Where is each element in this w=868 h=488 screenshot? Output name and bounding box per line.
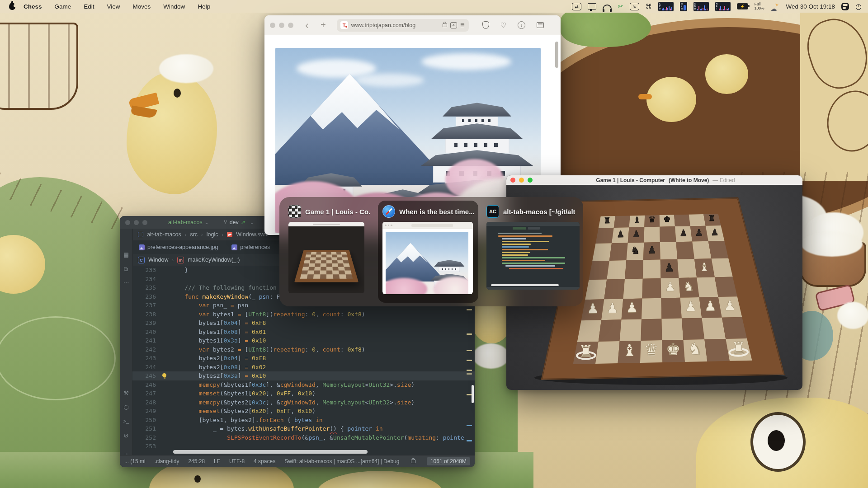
menu-window[interactable]: Window bbox=[163, 3, 185, 10]
more-tools-icon[interactable]: ⋯ bbox=[120, 279, 132, 286]
editor-window-thumbnail[interactable] bbox=[486, 222, 580, 290]
menu-chess[interactable]: Chess bbox=[24, 3, 42, 10]
duck-beak-icon bbox=[638, 94, 652, 99]
memory-meter[interactable]: MEM bbox=[680, 2, 687, 11]
battery-icon[interactable]: ⚡ bbox=[737, 3, 748, 9]
status-indent[interactable]: 4 spaces bbox=[254, 458, 275, 465]
status-run-target[interactable]: Swift: alt-tab-macos | macOS ...[arm64] … bbox=[284, 458, 399, 465]
tab-preferences[interactable]: preferences bbox=[231, 244, 270, 250]
status-memory-indicator[interactable]: 1061 of 2048M bbox=[427, 457, 470, 465]
site-favicon: T bbox=[340, 21, 348, 29]
code-line: 245 bytes2[0x3a] = 0x10 bbox=[132, 371, 475, 380]
translate-icon[interactable]: A bbox=[450, 22, 457, 28]
status-line-ending[interactable]: LF bbox=[214, 458, 220, 465]
crumb-method[interactable]: makeKeyWindow(_:) bbox=[188, 257, 240, 263]
line-number: 253 bbox=[132, 442, 159, 449]
close-button[interactable] bbox=[125, 220, 130, 225]
chevron-right-icon: › bbox=[172, 257, 174, 263]
code-line: 246 memcpy(&bytes1[0x3c], &cgWindowId, M… bbox=[132, 380, 475, 389]
url-text[interactable]: www.triptojapan.com/blog bbox=[351, 22, 415, 28]
crumb-logic[interactable]: logic bbox=[207, 231, 218, 238]
scissors-icon[interactable]: ✂ bbox=[618, 3, 623, 9]
menu-moves[interactable]: Moves bbox=[133, 3, 151, 10]
cpu-meter[interactable]: CPU bbox=[658, 2, 674, 11]
project-selector[interactable]: alt-tab-macos bbox=[168, 219, 203, 225]
crumb-class[interactable]: Window bbox=[148, 257, 168, 263]
menu-edit[interactable]: Edit bbox=[84, 3, 94, 10]
heart-icon[interactable]: ♡ bbox=[500, 21, 506, 29]
status-clang-tidy[interactable]: .clang-tidy bbox=[155, 458, 179, 465]
horizontal-scrollbar[interactable] bbox=[173, 450, 368, 454]
class-badge-icon: C bbox=[138, 257, 145, 263]
tab-preferences-appearance[interactable]: preferences-appearance.jpg bbox=[139, 244, 218, 250]
control-center-icon[interactable] bbox=[841, 3, 849, 10]
reader-icon[interactable]: ≣ bbox=[460, 22, 465, 28]
white-piece: ♝ bbox=[699, 260, 710, 273]
crumb-project[interactable]: alt-tab-macos bbox=[147, 231, 181, 238]
switcher-item-appcode[interactable]: AC alt-tab-macos [~/git/alt... bbox=[482, 201, 580, 303]
code-line: 247 memset(&bytes1[0x20], 0xFF, 0x10) bbox=[132, 389, 475, 398]
network-meter[interactable]: NET bbox=[715, 2, 731, 11]
unlock-icon[interactable] bbox=[411, 460, 415, 463]
trackpad-icon[interactable]: ∿ bbox=[630, 3, 639, 10]
wallpaper-tub-duck bbox=[705, 54, 748, 94]
display-icon[interactable] bbox=[588, 3, 596, 9]
ssd-meter[interactable]: SSD bbox=[693, 2, 709, 11]
minimize-button[interactable] bbox=[279, 23, 284, 28]
menu-game[interactable]: Game bbox=[55, 3, 71, 10]
black-piece: ♟ bbox=[664, 261, 675, 274]
chess-window-thumbnail[interactable] bbox=[288, 222, 364, 293]
zoom-button[interactable] bbox=[142, 220, 147, 225]
black-piece: ♞ bbox=[631, 244, 640, 256]
problems-tool-icon[interactable]: ⊘ bbox=[120, 432, 132, 439]
chess-title-bar[interactable]: Game 1 | Louis - Computer (White to Move… bbox=[506, 175, 802, 185]
safari-window-thumbnail[interactable] bbox=[382, 222, 473, 294]
zoom-button[interactable] bbox=[288, 23, 293, 28]
status-progress: ... (15 mi bbox=[124, 458, 146, 465]
project-tool-icon[interactable]: ▤ bbox=[120, 251, 132, 258]
new-tab-button[interactable]: + bbox=[321, 20, 326, 30]
terminal-tool-icon[interactable]: >_ bbox=[120, 418, 132, 424]
zoom-button[interactable] bbox=[528, 178, 533, 183]
command-icon[interactable]: ⌘ bbox=[646, 3, 652, 9]
menu-view[interactable]: View bbox=[107, 3, 120, 10]
white-piece: ♟ bbox=[586, 300, 599, 317]
status-caret-position[interactable]: 245:28 bbox=[188, 458, 205, 465]
weather-icon[interactable]: ☀☁ bbox=[770, 3, 779, 9]
menu-bar-clock[interactable]: Wed 30 Oct 19:18 bbox=[786, 3, 835, 10]
minimize-button[interactable] bbox=[134, 220, 139, 225]
run-tool-icon[interactable]: ⬡ bbox=[120, 404, 132, 411]
intention-bulb-icon[interactable] bbox=[162, 373, 166, 377]
line-number: 245 bbox=[132, 371, 159, 380]
display-arrangement-icon[interactable]: ⇄ bbox=[572, 3, 581, 10]
branch-selector[interactable]: ⑂ dev ↗ ⌄ bbox=[224, 219, 254, 225]
tool-rail[interactable]: ▤ ⧉ ⋯ ⚒ ⬡ >_ ⊘ ⑂ bbox=[120, 229, 133, 455]
switcher-item-chess[interactable]: Game 1 | Louis - Co... bbox=[284, 201, 374, 303]
menu-help[interactable]: Help bbox=[198, 3, 210, 10]
status-encoding[interactable]: UTF-8 bbox=[229, 458, 245, 465]
headphones-icon[interactable] bbox=[603, 5, 612, 10]
page-scrollbar[interactable] bbox=[555, 42, 558, 68]
switcher-item-safari-selected[interactable]: When is the best time... bbox=[378, 201, 478, 303]
privacy-shield-icon[interactable] bbox=[482, 21, 489, 29]
window-controls[interactable] bbox=[270, 23, 293, 28]
structure-tool-icon[interactable]: ⧉ bbox=[120, 266, 132, 273]
window-controls[interactable] bbox=[125, 220, 147, 225]
build-tool-icon[interactable]: ⚒ bbox=[120, 389, 132, 396]
safari-toolbar[interactable]: ‹ + T www.triptojapan.com/blog A ≣ ♡ ↓ bbox=[264, 15, 561, 35]
apple-menu-icon[interactable] bbox=[9, 3, 15, 10]
tab-overview-icon[interactable] bbox=[537, 22, 544, 28]
window-controls[interactable] bbox=[510, 178, 533, 183]
white-piece: ♝ bbox=[622, 340, 637, 360]
crumb-file[interactable]: Window.swift bbox=[236, 231, 269, 238]
minimize-button[interactable] bbox=[519, 178, 524, 183]
time-machine-icon[interactable]: ◷ bbox=[855, 2, 862, 11]
line-number: 235 bbox=[132, 283, 159, 292]
address-bar[interactable]: T www.triptojapan.com/blog A ≣ bbox=[337, 19, 469, 32]
close-button[interactable] bbox=[510, 178, 515, 183]
back-button[interactable]: ‹ bbox=[305, 20, 309, 31]
crumb-src[interactable]: src bbox=[190, 231, 198, 238]
close-button[interactable] bbox=[270, 23, 275, 28]
download-icon[interactable]: ↓ bbox=[518, 21, 525, 29]
swift-file-icon bbox=[227, 232, 232, 237]
